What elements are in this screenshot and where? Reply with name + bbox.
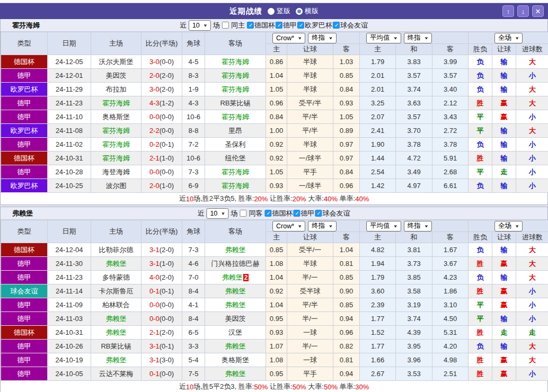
- league-badge: 德国杯: [1, 326, 48, 340]
- team-name: 霍芬海姆: [1, 21, 40, 30]
- same-venue-checkbox[interactable]: [240, 210, 247, 217]
- fulltime-score: 3-0: [149, 85, 160, 93]
- column-group-header: 全场∨: [469, 32, 548, 44]
- result-winloss: 平: [469, 165, 492, 179]
- odds-handicap: 受平/半: [287, 96, 333, 110]
- result-goals: 走: [516, 326, 548, 340]
- final-index-select[interactable]: 终指∨: [308, 221, 336, 231]
- league-checkbox[interactable]: [294, 210, 300, 217]
- sub-column-header: 进球数: [516, 44, 548, 55]
- home-team: 奥格斯堡: [91, 110, 142, 124]
- sub-column-header: 让球: [492, 44, 516, 55]
- result-winloss: 负: [469, 69, 492, 83]
- league-checkbox-label: 德甲: [283, 21, 297, 30]
- result-goals: 大: [516, 257, 548, 271]
- team-label: 霍芬海姆: [222, 168, 249, 176]
- league-checkbox[interactable]: [265, 210, 272, 217]
- avg-home: 1.90: [360, 138, 396, 152]
- team-label: 多特蒙德: [102, 273, 130, 281]
- avg-away: 4.20: [432, 340, 469, 353]
- score: 2-0(2-0): [142, 69, 182, 83]
- layout-radio-horizontal[interactable]: 横版: [296, 6, 319, 16]
- fulltime-select[interactable]: 全场∨: [494, 33, 523, 43]
- team-label: 圣保利: [225, 140, 246, 148]
- home-team: 美因茨: [91, 69, 142, 83]
- match-row: 欧罗巴杯24-11-08霍芬海姆2-2(0-0)8-8里昂1.00平/半0.89…: [1, 124, 548, 138]
- avg-draw: 3.57: [396, 110, 432, 124]
- average-select[interactable]: 平均值∨: [366, 221, 401, 231]
- odds-home-water: 1.04: [266, 298, 287, 312]
- avg-away: 3.99: [432, 55, 469, 69]
- chevron-down-icon: ∨: [298, 224, 302, 228]
- team-label: 弗赖堡: [225, 301, 246, 309]
- halftime-score: (0-1): [160, 287, 174, 295]
- corner-count: 1-9: [182, 83, 205, 96]
- odds-handicap: 受半球: [287, 284, 333, 298]
- avg-away: 3.40: [432, 83, 469, 96]
- layout-radio-vertical[interactable]: 竖版: [268, 6, 290, 16]
- league-checkbox[interactable]: [276, 22, 282, 29]
- avg-draw: 3.78: [396, 138, 432, 152]
- result-winloss: 胜: [469, 96, 492, 110]
- halftime-score: (0-0): [160, 58, 174, 66]
- home-team: 卡尔斯鲁厄: [91, 284, 142, 298]
- fulltime-select[interactable]: 全场∨: [494, 221, 523, 231]
- league-checkbox[interactable]: [315, 210, 322, 217]
- match-row: 德国杯24-12-05沃尔夫斯堡3-0(0-0)4-5霍芬海姆0.86半球1.0…: [1, 55, 548, 69]
- team-label: 弗赖堡: [225, 287, 246, 295]
- recent-count-select[interactable]: 10∨: [206, 208, 228, 219]
- away-team: 里昂: [205, 124, 266, 138]
- home-team: 霍芬海姆: [91, 124, 142, 138]
- result-goals: 大: [516, 83, 548, 96]
- league-badge: 德甲: [1, 110, 48, 124]
- final-index-select[interactable]: 终指∨: [308, 33, 336, 43]
- match-date: 24-11-29: [48, 83, 91, 96]
- result-handicap: 赢: [492, 96, 516, 110]
- summary-segment: 20%: [254, 195, 268, 203]
- score: 0-2(0-1): [142, 138, 182, 152]
- odds-source-select[interactable]: Crow*∨: [272, 221, 305, 231]
- corner-count: 6-5: [182, 326, 205, 340]
- result-winloss: 平: [469, 298, 492, 312]
- home-team: 布拉加: [91, 83, 142, 96]
- fulltime-score: 0-0: [149, 315, 160, 323]
- corner-count: 4-1: [182, 298, 205, 312]
- same-venue-checkbox[interactable]: [222, 22, 229, 29]
- close-button[interactable]: ✕: [532, 5, 544, 17]
- recent-count-select[interactable]: 10∨: [189, 20, 211, 31]
- final-index-select[interactable]: 终指∨: [404, 221, 432, 231]
- average-select[interactable]: 平均值∨: [366, 33, 401, 43]
- match-row: 德甲24-11-23多特蒙德4-0(2-0)7-0弗赖堡21.04半/一0.85…: [1, 271, 548, 284]
- result-winloss: 平: [469, 124, 492, 138]
- group-selects: 全场∨: [469, 221, 548, 231]
- result-goals: 小: [516, 298, 548, 312]
- summary-segment: 大率:: [306, 382, 324, 391]
- league-checkbox[interactable]: [297, 22, 304, 29]
- league-checkbox[interactable]: [247, 22, 254, 29]
- halftime-score: (0-0): [160, 168, 174, 176]
- odds-source-select[interactable]: Crow*∨: [272, 33, 305, 43]
- home-team: RB莱比锡: [91, 340, 142, 353]
- summary-segment: 场,胜5平2负3, 胜率:: [193, 382, 254, 391]
- score: 2-2(0-0): [142, 124, 182, 138]
- halftime-score: (0-1): [160, 140, 174, 148]
- odds-handicap: 一球: [287, 353, 333, 367]
- match-row: 欧罗巴杯24-11-29布拉加3-0(2-0)1-9霍芬海姆1.05半球0.84…: [1, 83, 548, 96]
- column-header: 比分(半场): [142, 32, 182, 55]
- scroll-up-button[interactable]: ↑: [502, 5, 514, 17]
- summary-segment: 近: [179, 194, 186, 203]
- fulltime-score: 0-0: [149, 168, 160, 176]
- close-icon: ✕: [535, 8, 541, 15]
- result-goals: 小: [516, 165, 548, 179]
- league-checkbox[interactable]: [333, 22, 340, 29]
- home-team: 弗赖堡: [91, 353, 142, 367]
- match-date: 24-11-02: [48, 138, 91, 152]
- scroll-down-button[interactable]: ↓: [517, 5, 529, 17]
- avg-draw: 3.85: [396, 271, 432, 284]
- avg-home: 1.44: [360, 152, 396, 165]
- match-row: 欧罗巴杯24-10-25波尔图2-0(1-0)6-9霍芬海姆0.93一/球半0.…: [1, 179, 548, 193]
- team-label: 霍芬海姆: [222, 113, 249, 121]
- odds-away-water: 0.85: [333, 271, 360, 284]
- sub-column-header: 和: [396, 232, 432, 243]
- final-index-select[interactable]: 终指∨: [404, 33, 432, 43]
